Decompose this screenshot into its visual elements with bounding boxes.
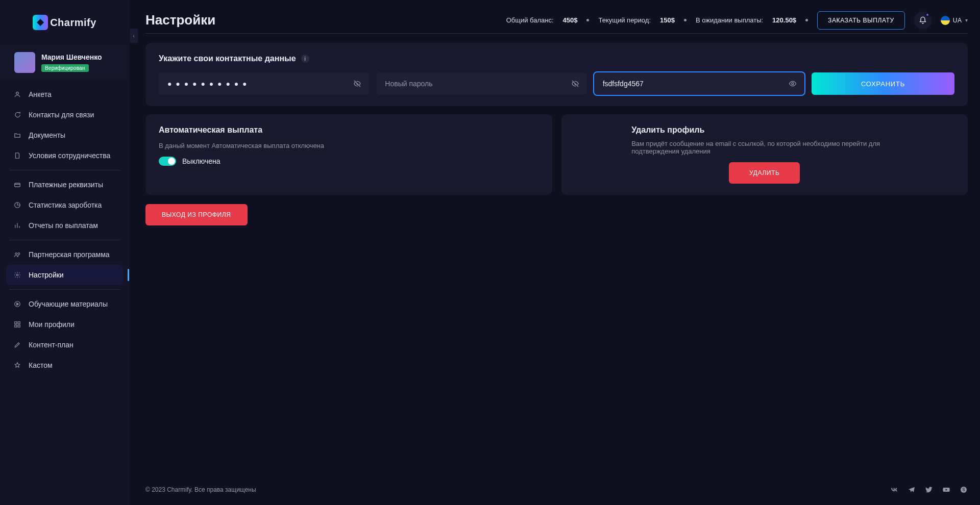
nav-label: Контент-план	[29, 341, 74, 349]
delete-profile-desc: Вам придёт сообщение на email с ссылкой,…	[631, 140, 897, 155]
sidebar: Charmify ‹ Мария Шевченко Верифицирован …	[0, 0, 129, 505]
gear-icon	[13, 271, 21, 279]
save-button[interactable]: СОХРАНИТЬ	[812, 72, 954, 95]
nav-item-contacts[interactable]: Контакты для связи	[6, 105, 123, 125]
brand-logo[interactable]: Charmify	[33, 15, 96, 30]
nav-item-affiliate[interactable]: Партнерская программа	[6, 244, 123, 265]
pie-icon	[13, 201, 21, 209]
current-password-field[interactable]	[159, 72, 369, 95]
pencil-icon	[13, 341, 21, 349]
sidebar-collapse-button[interactable]: ‹	[130, 29, 138, 43]
svg-point-3	[15, 253, 17, 255]
contact-inputs-row: СОХРАНИТЬ	[159, 72, 954, 95]
current-password-input[interactable]	[166, 79, 348, 88]
nav: Анкета Контакты для связи Документы Усло…	[0, 80, 129, 380]
delete-profile-button[interactable]: УДАЛИТЬ	[729, 162, 800, 184]
bars-icon	[13, 221, 21, 230]
youtube-icon[interactable]	[942, 486, 950, 494]
folder-icon	[13, 131, 21, 139]
logout-button[interactable]: ВЫХОД ИЗ ПРОФИЛЯ	[145, 204, 248, 225]
chevron-down-icon: ▾	[965, 17, 968, 23]
svg-point-0	[16, 92, 19, 94]
chat-icon	[13, 111, 21, 119]
nav-divider	[9, 240, 120, 240]
nav-item-settings[interactable]: Настройки	[6, 265, 123, 285]
nav-item-terms[interactable]: Условия сотрудничества	[6, 145, 123, 166]
text-field[interactable]	[594, 72, 804, 95]
order-payout-button[interactable]: ЗАКАЗАТЬ ВЫПЛАТУ	[817, 11, 905, 30]
svg-point-5	[16, 274, 18, 276]
nav-label: Статистика зароботка	[29, 201, 102, 209]
topbar: Настройки Общий баланс: 450$ Текущий пер…	[145, 7, 968, 34]
vk-icon[interactable]	[890, 486, 898, 494]
pending-label: В ожидании выплаты:	[696, 16, 763, 24]
new-password-input[interactable]	[384, 79, 566, 88]
doc-icon	[13, 152, 21, 160]
avatar	[14, 52, 35, 73]
language-switcher[interactable]: UA ▾	[941, 16, 968, 25]
profile-name: Мария Шевченко	[41, 53, 102, 61]
notifications-button[interactable]	[914, 12, 932, 29]
lang-code: UA	[953, 17, 962, 24]
balance-group: Общий баланс: 450$ Текущий период: 150$ …	[506, 16, 808, 24]
eye-off-icon[interactable]	[353, 80, 361, 88]
nav-label: Мои профили	[29, 320, 75, 329]
footer: © 2023 Charmify. Все права защищены	[145, 474, 968, 505]
page-title: Настройки	[145, 12, 215, 28]
nav-item-profile-form[interactable]: Анкета	[6, 84, 123, 105]
svg-rect-8	[18, 322, 20, 324]
profile-meta: Мария Шевченко Верифицирован	[41, 53, 102, 72]
svg-rect-10	[18, 325, 20, 327]
footer-copyright: © 2023 Charmify. Все права защищены	[145, 486, 256, 493]
nav-label: Партнерская программа	[29, 250, 110, 259]
eye-icon[interactable]	[789, 80, 797, 88]
nav-label: Анкета	[29, 90, 52, 98]
nav-item-content-plan[interactable]: Контент-план	[6, 335, 123, 355]
auto-payout-toggle-row: Выключена	[159, 157, 539, 166]
nav-label: Отчеты по выплатам	[29, 221, 98, 230]
svg-rect-7	[15, 322, 17, 324]
nav-item-learning[interactable]: Обучающие материалы	[6, 294, 123, 314]
nav-label: Условия сотрудничества	[29, 152, 110, 160]
logo-mark-icon	[33, 15, 48, 30]
contact-data-card: Укажите свои контактные данные i СОХРАНИ…	[145, 43, 968, 106]
nav-label: Обучающие материалы	[29, 300, 108, 308]
info-icon[interactable]: i	[301, 55, 309, 63]
svg-rect-9	[15, 325, 17, 327]
total-balance-label: Общий баланс:	[506, 16, 554, 24]
logo-area: Charmify	[0, 0, 129, 45]
text-input[interactable]	[602, 79, 783, 88]
nav-divider	[9, 289, 120, 290]
footer-socials	[890, 486, 968, 494]
nav-item-documents[interactable]: Документы	[6, 125, 123, 145]
nav-divider	[9, 170, 120, 170]
telegram-icon[interactable]	[908, 486, 916, 494]
current-period-value: 150$	[660, 16, 675, 24]
new-password-field[interactable]	[376, 72, 586, 95]
skype-icon[interactable]	[960, 486, 968, 494]
nav-item-my-profiles[interactable]: Мои профили	[6, 314, 123, 335]
nav-item-custom[interactable]: Кастом	[6, 355, 123, 375]
pending-value: 120.50$	[772, 16, 796, 24]
notification-dot-icon	[925, 13, 929, 17]
separator-dot	[805, 19, 808, 21]
topbar-right: Общий баланс: 450$ Текущий период: 150$ …	[506, 11, 968, 30]
nav-item-earnings-stats[interactable]: Статистика зароботка	[6, 195, 123, 215]
svg-point-4	[18, 253, 20, 255]
profile-card[interactable]: Мария Шевченко Верифицирован	[0, 45, 129, 80]
auto-payout-card: Автоматическая выплата В даный момент Ав…	[145, 114, 552, 195]
delete-profile-title: Удалить профиль	[631, 125, 897, 135]
auto-payout-toggle[interactable]	[159, 157, 176, 166]
nav-label: Настройки	[29, 271, 64, 279]
verified-badge: Верифицирован	[41, 64, 89, 72]
main: Настройки Общий баланс: 450$ Текущий пер…	[129, 0, 980, 505]
nav-item-payment-details[interactable]: Платежные реквизиты	[6, 174, 123, 195]
eye-off-icon[interactable]	[571, 80, 579, 88]
nav-item-payout-reports[interactable]: Отчеты по выплатам	[6, 215, 123, 236]
separator-dot	[586, 19, 589, 21]
users-icon	[13, 250, 21, 259]
flag-ua-icon	[941, 16, 950, 25]
twitter-icon[interactable]	[925, 486, 933, 494]
svg-rect-1	[15, 183, 20, 187]
chevron-left-icon: ‹	[133, 33, 134, 39]
